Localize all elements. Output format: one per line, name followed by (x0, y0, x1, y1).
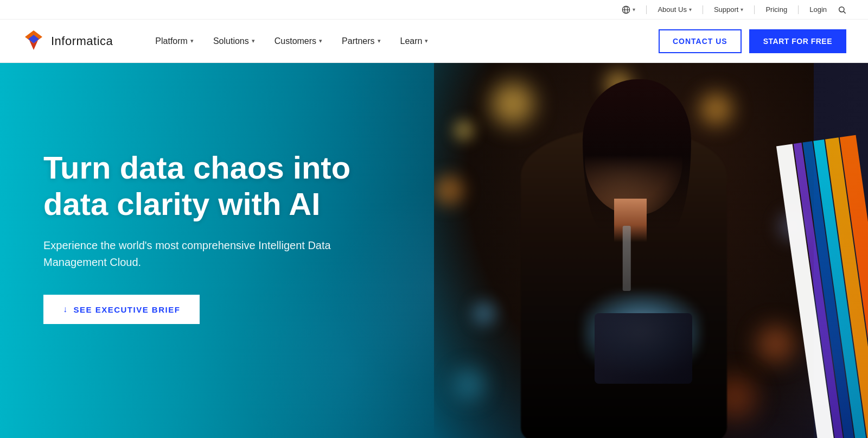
support-chevron: ▾ (741, 7, 743, 12)
nav-items: Platform ▾ Solutions ▾ Customers ▾ Partn… (145, 20, 659, 63)
about-chevron: ▾ (689, 7, 692, 12)
nav-partners[interactable]: Partners ▾ (332, 20, 390, 63)
search-icon (838, 5, 846, 14)
solutions-chevron: ▾ (252, 37, 255, 45)
globe-menu[interactable]: ▾ (622, 5, 635, 14)
hero-title: Turn data chaos into data clarity with A… (43, 150, 423, 222)
about-us-link[interactable]: About Us ▾ (658, 5, 691, 14)
logo[interactable]: Informatica (22, 29, 113, 53)
contact-us-button[interactable]: CONTACT US (659, 29, 742, 53)
platform-chevron: ▾ (190, 37, 194, 45)
hero-subtitle: Experience the world's most comprehensiv… (43, 237, 358, 271)
nav-platform[interactable]: Platform ▾ (145, 20, 203, 63)
divider-4 (798, 5, 799, 14)
pricing-link[interactable]: Pricing (765, 5, 787, 14)
svg-line-4 (844, 11, 846, 14)
logo-text: Informatica (51, 34, 113, 48)
globe-icon (622, 5, 630, 14)
divider-3 (754, 5, 755, 14)
divider-2 (703, 5, 703, 14)
top-bar: ▾ About Us ▾ Support ▾ Pricing Login (0, 0, 868, 20)
nav-customers[interactable]: Customers ▾ (265, 20, 332, 63)
search-button[interactable] (838, 5, 846, 14)
hero-section: Turn data chaos into data clarity with A… (0, 63, 868, 438)
learn-chevron: ▾ (425, 37, 428, 45)
svg-point-3 (839, 7, 844, 11)
start-for-free-button[interactable]: START FOR FREE (749, 29, 846, 53)
hero-image-area (434, 63, 814, 438)
customers-chevron: ▾ (319, 37, 322, 45)
divider-1 (646, 5, 647, 14)
executive-brief-button[interactable]: ↓ SEE EXECUTIVE BRIEF (43, 295, 200, 324)
nav-learn[interactable]: Learn ▾ (391, 20, 438, 63)
globe-chevron: ▾ (633, 7, 635, 12)
login-link[interactable]: Login (809, 5, 827, 14)
nav-actions: CONTACT US START FOR FREE (659, 29, 846, 53)
download-icon: ↓ (63, 304, 68, 314)
hero-content: Turn data chaos into data clarity with A… (43, 150, 423, 324)
nav-solutions[interactable]: Solutions ▾ (203, 20, 265, 63)
partners-chevron: ▾ (378, 37, 381, 45)
main-navigation: Informatica Platform ▾ Solutions ▾ Custo… (0, 20, 868, 63)
logo-icon (22, 29, 46, 53)
support-link[interactable]: Support ▾ (714, 5, 744, 14)
